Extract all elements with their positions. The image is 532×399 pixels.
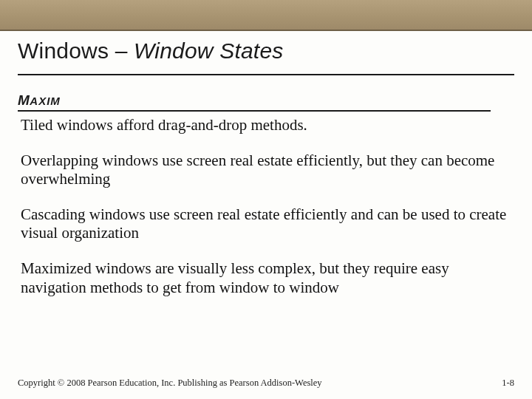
slide: Windows – Window States MAXIM Tiled wind… [0, 0, 532, 399]
maxim-underline [18, 110, 491, 112]
title-prefix: Windows – [18, 38, 134, 63]
decorative-top-bar [0, 0, 532, 31]
maxim-cap: M [18, 92, 30, 108]
title-block: Windows – Window States [0, 31, 532, 69]
maxim-rest: AXIM [30, 95, 61, 107]
title-underline [18, 74, 514, 75]
body-text: Tiled windows afford drag-and-drop metho… [21, 116, 511, 313]
maxim-label: MAXIM [18, 93, 61, 107]
paragraph-1: Tiled windows afford drag-and-drop metho… [21, 116, 511, 135]
slide-title: Windows – Window States [18, 38, 514, 64]
paragraph-3: Cascading windows use screen real estate… [21, 205, 511, 243]
paragraph-2: Overlapping windows use screen real esta… [21, 151, 511, 189]
page-number: 1-8 [502, 378, 514, 389]
maxim-block: MAXIM [18, 93, 514, 112]
copyright-text: Copyright © 2008 Pearson Education, Inc.… [18, 378, 322, 389]
footer: Copyright © 2008 Pearson Education, Inc.… [18, 378, 514, 389]
paragraph-4: Maximized windows are visually less comp… [21, 259, 511, 297]
title-suffix: Window States [134, 38, 283, 63]
